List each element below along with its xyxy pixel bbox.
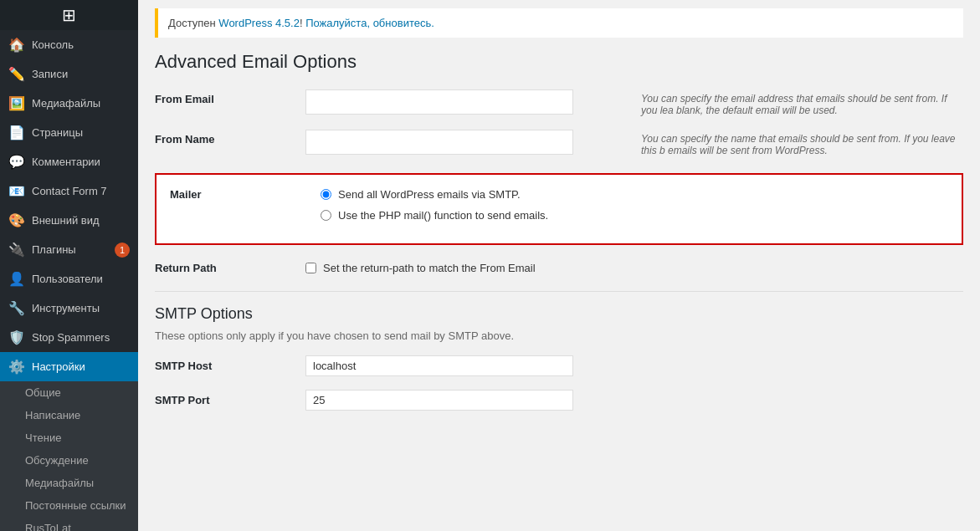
mailer-phpmail-radio[interactable] bbox=[321, 210, 331, 221]
sidebar-item-label: Консоль bbox=[32, 38, 130, 51]
smtp-port-input[interactable] bbox=[305, 390, 573, 411]
smtp-port-field bbox=[305, 390, 573, 411]
sidebar-item-label: Медиафайлы bbox=[32, 97, 130, 110]
mailer-smtp-label: Send all WordPress emails via SMTP. bbox=[338, 188, 521, 201]
stop-spammers-icon: 🛡️ bbox=[8, 329, 25, 345]
sidebar-item-users[interactable]: 👤 Пользователи bbox=[0, 264, 138, 294]
contact-form-icon: 📧 bbox=[8, 183, 25, 199]
mailer-smtp-radio[interactable] bbox=[321, 189, 331, 200]
smtp-host-field bbox=[305, 355, 573, 376]
from-email-hint-text: You can specify the email address that e… bbox=[641, 93, 947, 116]
submenu-item-writing[interactable]: Написание bbox=[0, 404, 138, 426]
mailer-label: Mailer bbox=[170, 188, 321, 201]
sidebar-item-label: Contact Form 7 bbox=[32, 185, 130, 197]
console-icon: 🏠 bbox=[8, 37, 25, 53]
mailer-phpmail-option: Use the PHP mail() function to send emai… bbox=[321, 209, 948, 222]
sidebar-item-label: Записи bbox=[32, 68, 130, 80]
from-name-input[interactable] bbox=[305, 130, 573, 155]
sidebar-item-label: Stop Spammers bbox=[32, 331, 130, 344]
notice-text: Доступен bbox=[168, 17, 218, 29]
wp-logo-area: ⊞ bbox=[0, 0, 138, 30]
media-icon: 🖼️ bbox=[8, 95, 25, 111]
return-path-field: Set the return-path to match the From Em… bbox=[305, 262, 536, 274]
smtp-host-row: SMTP Host bbox=[155, 355, 963, 376]
update-notice: Доступен WordPress 4.5.2! Пожалуйста, об… bbox=[155, 8, 963, 38]
section-divider bbox=[155, 291, 963, 292]
wordpress-update-link[interactable]: WordPress 4.5.2 bbox=[218, 17, 300, 29]
sidebar-item-label: Инструменты bbox=[32, 302, 130, 314]
sidebar-item-media[interactable]: 🖼️ Медиафайлы bbox=[0, 89, 138, 118]
from-email-label: From Email bbox=[155, 89, 305, 105]
submenu-item-discussion[interactable]: Обсуждение bbox=[0, 449, 138, 472]
sidebar-item-tools[interactable]: 🔧 Инструменты bbox=[0, 294, 138, 323]
smtp-host-label: SMTP Host bbox=[155, 360, 305, 372]
submenu-item-general[interactable]: Общие bbox=[0, 381, 138, 404]
comments-icon: 💬 bbox=[8, 154, 25, 170]
submenu-item-reading[interactable]: Чтение bbox=[0, 426, 138, 449]
return-path-label: Return Path bbox=[155, 262, 305, 274]
from-email-field bbox=[305, 89, 628, 115]
from-name-hint: You can specify the name that emails sho… bbox=[628, 130, 963, 156]
from-name-label: From Name bbox=[155, 130, 305, 146]
sidebar-item-pages[interactable]: 📄 Страницы bbox=[0, 118, 138, 147]
from-name-field bbox=[305, 130, 628, 155]
mailer-smtp-option: Send all WordPress emails via SMTP. bbox=[321, 188, 948, 201]
sidebar-item-label: Внешний вид bbox=[32, 214, 130, 227]
settings-submenu: Общие Написание Чтение Обсуждение Медиаф… bbox=[0, 381, 138, 531]
update-now-link[interactable]: Пожалуйста, обновитесь. bbox=[305, 17, 434, 29]
sidebar-item-stop-spammers[interactable]: 🛡️ Stop Spammers bbox=[0, 323, 138, 352]
sidebar-item-label: Настройки bbox=[32, 360, 130, 373]
sidebar-item-label: Плагины bbox=[32, 243, 108, 256]
mailer-options: Send all WordPress emails via SMTP. Use … bbox=[321, 188, 948, 230]
smtp-options-title: SMTP Options bbox=[155, 305, 963, 323]
return-path-row: Return Path Set the return-path to match… bbox=[155, 262, 963, 274]
sidebar-item-label: Страницы bbox=[32, 126, 130, 139]
sidebar-item-console[interactable]: 🏠 Консоль bbox=[0, 30, 138, 59]
sidebar-item-label: Пользователи bbox=[32, 273, 130, 285]
smtp-port-label: SMTP Port bbox=[155, 394, 305, 406]
submenu-item-media[interactable]: Медиафайлы bbox=[0, 472, 138, 494]
return-path-checkbox[interactable] bbox=[305, 263, 316, 273]
pages-icon: 📄 bbox=[8, 125, 25, 140]
sidebar-item-contact-form-7[interactable]: 📧 Contact Form 7 bbox=[0, 176, 138, 206]
smtp-host-input[interactable] bbox=[305, 355, 573, 376]
from-email-input[interactable] bbox=[305, 89, 573, 115]
posts-icon: ✏️ bbox=[8, 66, 25, 82]
submenu-item-rustolat[interactable]: RusToLat bbox=[0, 517, 138, 531]
mailer-phpmail-label: Use the PHP mail() function to send emai… bbox=[338, 209, 548, 222]
appearance-icon: 🎨 bbox=[8, 212, 25, 228]
sidebar-item-posts[interactable]: ✏️ Записи bbox=[0, 59, 138, 89]
sidebar-item-appearance[interactable]: 🎨 Внешний вид bbox=[0, 206, 138, 235]
return-path-checkbox-label: Set the return-path to match the From Em… bbox=[323, 262, 536, 274]
settings-icon: ⚙️ bbox=[8, 359, 25, 375]
sidebar-item-label: Комментарии bbox=[32, 156, 130, 168]
from-email-hint: You can specify the email address that e… bbox=[628, 89, 963, 116]
from-name-hint-text: You can specify the name that emails sho… bbox=[641, 133, 956, 156]
page-title: Advanced Email Options bbox=[155, 51, 963, 73]
mailer-section: Mailer Send all WordPress emails via SMT… bbox=[155, 173, 963, 245]
tools-icon: 🔧 bbox=[8, 300, 25, 316]
sidebar: ⊞ 🏠 Консоль ✏️ Записи 🖼️ Медиафайлы 📄 Ст… bbox=[0, 0, 138, 531]
main-content: Доступен WordPress 4.5.2! Пожалуйста, об… bbox=[138, 0, 980, 531]
sidebar-item-settings[interactable]: ⚙️ Настройки bbox=[0, 352, 138, 381]
sidebar-item-comments[interactable]: 💬 Комментарии bbox=[0, 147, 138, 176]
wp-logo-icon: ⊞ bbox=[62, 5, 76, 25]
plugins-icon: 🔌 bbox=[8, 242, 25, 258]
submenu-item-permalinks[interactable]: Постоянные ссылки bbox=[0, 494, 138, 517]
plugins-badge: 1 bbox=[115, 243, 130, 258]
sidebar-item-plugins[interactable]: 🔌 Плагины 1 bbox=[0, 235, 138, 264]
smtp-port-row: SMTP Port bbox=[155, 390, 963, 411]
users-icon: 👤 bbox=[8, 271, 25, 287]
smtp-options-desc: These options only apply if you have cho… bbox=[155, 329, 963, 342]
